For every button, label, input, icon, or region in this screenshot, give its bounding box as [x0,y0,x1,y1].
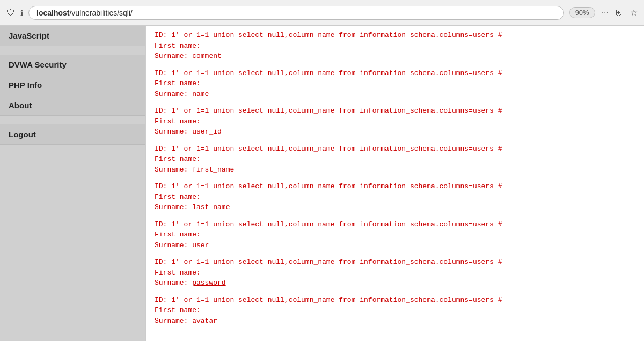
sql-id-line: ID: 1' or 1=1 union select null,column_n… [155,295,635,306]
sidebar-item-logout[interactable]: Logout [0,124,145,145]
sidebar-item-about[interactable]: About [0,95,145,116]
sql-firstname-line: First name: [155,192,635,203]
sql-surname-value: last_name [192,203,230,211]
pocket-icon[interactable]: ⛨ [615,8,624,18]
sql-id-line: ID: 1' or 1=1 union select null,column_n… [155,68,635,79]
more-icon[interactable]: ··· [602,8,609,18]
sql-surname-line: Surname: user_id [155,127,635,137]
sql-surname-value: name [192,90,209,98]
sql-firstname-line: First name: [155,116,635,127]
sql-block: ID: 1' or 1=1 union select null,column_n… [155,30,635,62]
sql-firstname-line: First name: [155,78,635,89]
sql-surname-value: user [192,241,209,249]
sidebar-spacer-2 [0,116,145,124]
sql-id-line: ID: 1' or 1=1 union select null,column_n… [155,144,635,154]
sql-id-line: ID: 1' or 1=1 union select null,column_n… [155,257,635,268]
sql-block: ID: 1' or 1=1 union select null,column_n… [155,219,635,251]
sql-surname-value: comment [192,52,222,60]
star-icon[interactable]: ☆ [630,8,638,18]
browser-chrome: 🛡 ℹ localhost/vulnerabilities/sqli/ 90% … [0,0,644,26]
browser-actions: 90% ··· ⛨ ☆ [569,7,638,18]
sql-firstname-line: First name: [155,305,635,316]
zoom-level[interactable]: 90% [569,7,595,18]
url-prefix: localhost/vulnerabilities/sqli/ [36,9,133,17]
sql-surname-line: Surname: password [155,278,635,288]
sql-block: ID: 1' or 1=1 union select null,column_n… [155,144,635,175]
sql-surname-line: Surname: last_name [155,202,635,213]
sql-firstname-line: First name: [155,41,635,51]
sql-surname-line: Surname: user [155,240,635,251]
sidebar: JavaScript DVWA Security PHP Info About … [0,26,145,341]
sql-surname-value: first_name [192,166,234,174]
sql-surname-line: Surname: comment [155,51,635,62]
sql-id-line: ID: 1' or 1=1 union select null,column_n… [155,106,635,116]
sql-id-line: ID: 1' or 1=1 union select null,column_n… [155,219,635,230]
sidebar-spacer-1 [0,46,145,55]
shield-icon: 🛡 [6,8,15,18]
sql-firstname-line: First name: [155,154,635,165]
sql-surname-value: password [192,279,225,287]
sql-id-line: ID: 1' or 1=1 union select null,column_n… [155,30,635,41]
sidebar-item-javascript[interactable]: JavaScript [0,26,145,46]
sql-surname-value: user_id [192,128,222,136]
info-icon: ℹ [20,9,23,17]
sql-block: ID: 1' or 1=1 union select null,column_n… [155,257,635,288]
sql-surname-line: Surname: name [155,89,635,100]
sql-surname-line: Surname: first_name [155,165,635,175]
sql-firstname-line: First name: [155,229,635,240]
sidebar-item-dvwa-security[interactable]: DVWA Security [0,55,145,75]
sql-surname-line: Surname: avatar [155,316,635,327]
sql-firstname-line: First name: [155,268,635,278]
main-content: ID: 1' or 1=1 union select null,column_n… [145,26,644,341]
sql-block: ID: 1' or 1=1 union select null,column_n… [155,181,635,213]
sql-block: ID: 1' or 1=1 union select null,column_n… [155,68,635,100]
sql-surname-value: avatar [192,317,217,325]
sql-id-line: ID: 1' or 1=1 union select null,column_n… [155,181,635,192]
sidebar-item-php-info[interactable]: PHP Info [0,75,145,95]
page-layout: JavaScript DVWA Security PHP Info About … [0,26,644,341]
sql-block: ID: 1' or 1=1 union select null,column_n… [155,106,635,137]
sql-block: ID: 1' or 1=1 union select null,column_n… [155,295,635,327]
address-bar[interactable]: localhost/vulnerabilities/sqli/ [28,6,564,20]
